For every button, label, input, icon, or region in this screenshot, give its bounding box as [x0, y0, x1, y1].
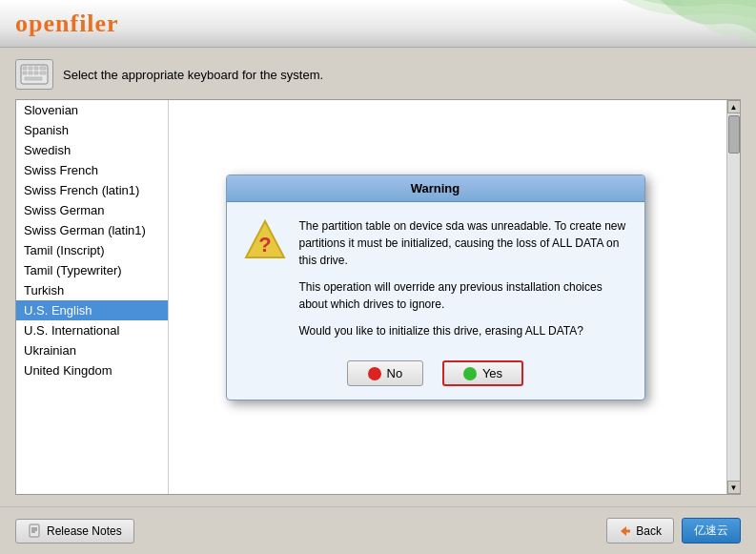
instruction-row: Select the appropriate keyboard for the … [15, 59, 741, 90]
content-area: Slovenian Spanish Swedish Swiss French S… [15, 99, 741, 495]
footer: Release Notes Back 亿速云 [0, 506, 756, 554]
svg-rect-7 [34, 72, 38, 74]
svg-rect-4 [40, 67, 46, 70]
logo-accent: filer [70, 10, 118, 37]
logo: openfiler [15, 10, 119, 38]
no-button[interactable]: No [347, 360, 423, 386]
svg-rect-6 [29, 72, 32, 74]
keyboard-icon [15, 59, 53, 90]
yes-dot-icon [463, 367, 477, 380]
svg-rect-1 [23, 67, 27, 70]
no-dot-icon [368, 367, 381, 380]
main-content: Select the appropriate keyboard for the … [0, 48, 756, 506]
svg-text:?: ? [258, 233, 271, 256]
yisu-label: 亿速云 [694, 523, 728, 539]
release-notes-label: Release Notes [47, 524, 122, 538]
dialog-title: Warning [227, 175, 644, 202]
back-icon [619, 524, 632, 538]
dialog-message3: Would you like to initialize this drive,… [299, 322, 629, 339]
svg-rect-2 [29, 67, 32, 70]
instruction-text: Select the appropriate keyboard for the … [63, 68, 323, 82]
yisu-button[interactable]: 亿速云 [682, 518, 741, 544]
dialog-message2: This operation will override any previou… [299, 278, 629, 313]
svg-rect-5 [23, 72, 27, 74]
yes-label: Yes [482, 366, 502, 380]
dialog-body: ? The partition table on device sda was … [227, 202, 644, 351]
dialog-overlay: Warning ? The partition table on device … [16, 100, 740, 494]
header: openfiler [0, 0, 756, 48]
footer-right: Back 亿速云 [606, 518, 741, 544]
release-notes-button[interactable]: Release Notes [15, 519, 134, 544]
document-icon [28, 523, 43, 539]
warning-dialog: Warning ? The partition table on device … [226, 174, 645, 400]
yes-button[interactable]: Yes [442, 360, 523, 386]
svg-rect-3 [34, 67, 38, 70]
logo-prefix: open [15, 10, 70, 37]
back-label: Back [636, 524, 662, 538]
header-swirl [565, 0, 756, 48]
dialog-footer: No Yes [227, 351, 644, 400]
svg-rect-8 [40, 72, 46, 74]
dialog-message1: The partition table on device sda was un… [299, 217, 629, 269]
svg-rect-17 [625, 529, 630, 532]
svg-rect-9 [25, 77, 42, 80]
back-button[interactable]: Back [606, 518, 674, 544]
no-label: No [387, 366, 403, 380]
dialog-text: The partition table on device sda was un… [299, 217, 629, 339]
warning-icon: ? [242, 217, 288, 263]
